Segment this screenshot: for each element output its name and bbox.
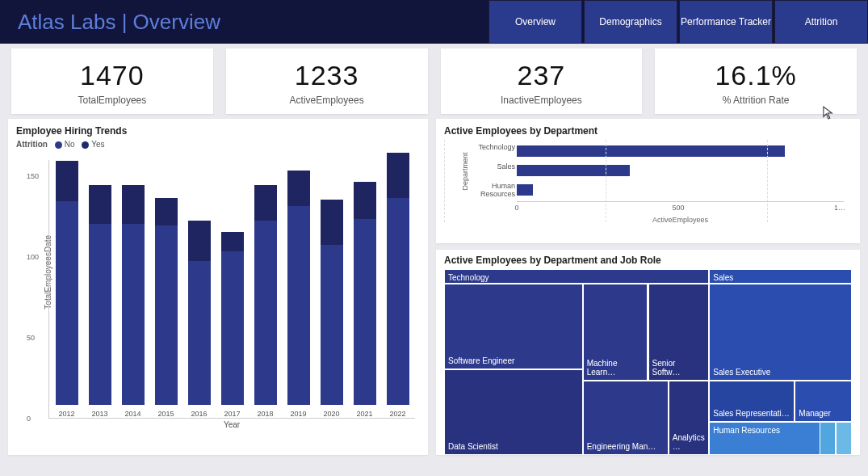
dept-bar-card[interactable]: Active Employees by Department Departmen… [436,119,860,243]
kpi-value: 1470 [15,60,210,91]
bar-segment-no [155,225,178,405]
bar-segment-yes [221,232,244,251]
bar-column: 2013 [87,185,112,418]
treemap-group-technology: Technology [444,269,709,284]
x-axis: 05001… [517,201,844,214]
chart-plot-area: 0501001502012201320142015201620172018201… [48,160,415,419]
x-tick: 2021 [356,410,372,418]
treemap-cell: Manager [795,381,852,422]
legend-no: No [65,140,75,149]
kpi-value: 1233 [229,60,425,91]
x-tick: 2013 [91,410,107,418]
bar-stack [155,198,178,405]
tab-performance-tracker[interactable]: Performance Tracker [679,0,773,44]
hbar-label: Sales [455,162,515,171]
x-tick: 1… [834,204,845,212]
kpi-label: TotalEmployees [15,95,210,106]
kpi-label: InactiveEmployees [444,95,639,106]
bar-stack [387,153,409,405]
legend-label: Attrition [16,140,48,149]
bar-stack [254,185,277,405]
x-tick: 2019 [290,410,306,418]
bar-column: 2019 [286,171,311,418]
legend-dot-no-icon [55,141,62,149]
hiring-trends-card[interactable]: Employee Hiring Trends Attrition No Yes … [8,119,428,455]
bar-segment-no [122,224,145,405]
x-axis-label: Year [48,420,415,429]
hbar-label: Human Resources [455,182,515,198]
bar-stack [221,232,244,405]
x-tick: 2015 [157,410,174,418]
kpi-label: % Attrition Rate [658,95,853,106]
treemap-cell [820,422,836,455]
bar-segment-yes [122,185,145,224]
bar-segment-no [89,224,111,405]
bar-segment-yes [188,221,211,261]
right-column: Active Employees by Department Departmen… [436,119,860,455]
x-tick: 2018 [257,410,273,418]
bar-stack [89,185,111,405]
bar-stack [188,221,211,405]
x-tick: 2020 [323,410,339,418]
x-tick: 2014 [124,410,140,418]
bar-segment-yes [354,182,376,219]
tab-demographics[interactable]: Demographics [584,0,677,44]
bar-segment-no [221,251,244,405]
content-grid: 1470 TotalEmployees 1233 ActiveEmployees… [0,44,868,455]
chart-title: Employee Hiring Trends [16,125,420,137]
bar-segment-no [321,245,343,405]
hbar-row: Sales [517,162,844,179]
bar-column: 2017 [220,232,245,418]
bar-segment-no [354,219,376,405]
cursor-icon [823,106,834,120]
bar-column: 2022 [385,153,410,418]
bar-segment-yes [254,185,277,221]
nav-tabs: Overview Demographics Performance Tracke… [489,0,868,44]
bar-segment-no [287,206,310,405]
kpi-value: 237 [444,60,639,91]
bar-stack [56,161,78,405]
chart-title: Active Employees by Department and Job R… [444,255,852,266]
treemap-cell: Sales Executive [709,284,852,381]
bar-column: 2014 [120,185,145,418]
bar-column: 2016 [187,221,212,418]
kpi-active-employees: 1233 ActiveEmployees [226,48,428,114]
hbar-row: Technology [517,143,844,159]
treemap-cell: Engineering Man… [583,381,669,455]
treemap-card[interactable]: Active Employees by Department and Job R… [436,250,860,455]
chart-title: Active Employees by Department [444,125,852,137]
bar-column: 2018 [253,185,278,418]
treemap-chart: Technology Software Engineer Data Scient… [444,269,852,455]
x-axis-label: ActiveEmployees [517,216,844,224]
page-title: Atlas Labs | Overview [18,10,220,35]
bar-segment-no [254,221,277,405]
title-area: Atlas Labs | Overview [0,0,489,44]
kpi-attrition-rate: 16.1% % Attrition Rate [655,48,857,114]
bar-column: 2020 [319,200,344,418]
tab-overview[interactable]: Overview [489,0,582,44]
treemap-cell: Software Engineer [444,284,583,369]
bar-segment-no [56,201,78,405]
bar-segment-yes [89,185,111,224]
bar-column: 2015 [153,198,178,418]
bar-segment-yes [56,161,78,201]
treemap-group-sales: Sales [709,269,852,284]
bar-segment-yes [287,171,310,206]
hbar-row: Human Resources [517,182,844,198]
y-tick: 100 [27,253,39,261]
treemap-cell [836,422,852,455]
treemap-cell: Machine Learn… [583,284,648,381]
hbar-bar [517,145,785,157]
kpi-value: 16.1% [658,60,853,91]
bar-segment-no [188,261,211,405]
tab-attrition[interactable]: Attrition [774,0,868,44]
bar-column: 2021 [352,182,377,418]
bar-stack [321,200,343,405]
kpi-label: ActiveEmployees [229,95,425,106]
y-tick: 150 [27,172,39,180]
hbar-label: Technology [455,143,515,151]
x-tick: 2016 [191,410,207,418]
bar-segment-yes [387,153,409,198]
dept-hbar-chart: Department TechnologySalesHuman Resource… [444,140,852,237]
x-tick: 2017 [224,410,240,418]
